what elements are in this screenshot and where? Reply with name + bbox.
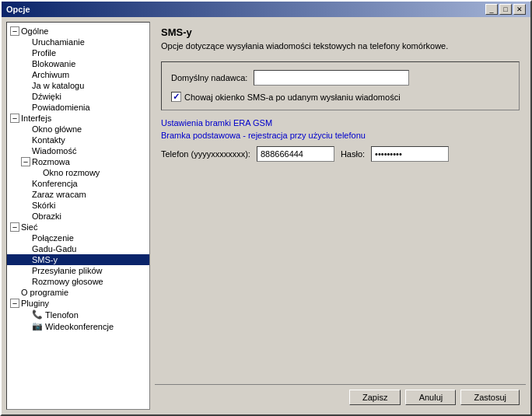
cancel-button[interactable]: Anuluj [405,390,456,405]
gsm-section: Ustawienia bramki ERA GSM Bramka podstaw… [161,118,520,162]
sidebar-label-sms-y: SMS-y [32,255,58,264]
sidebar-label-wiadomosc: Wiadomość [32,146,76,156]
sidebar-item-tlenofon[interactable]: 📞 Tlenofon [7,309,149,320]
main-window: Opcje _ □ ✕ − Ogólne Uruchamianie Profil… [0,0,532,416]
sidebar-item-gadu-gadu[interactable]: Gadu-Gadu [7,243,149,254]
sidebar-item-kontakty[interactable]: Kontakty [7,135,149,145]
toggle-ogolne[interactable]: − [10,26,19,36]
video-icon: 📷 [32,321,43,331]
sidebar-label-uruchamianie: Uruchamianie [32,37,85,47]
password-label: Hasło: [341,149,365,159]
sidebar-item-o-programie[interactable]: O programie [7,287,149,298]
phone-label: Telefon (yyyyxxxxxxxx): [161,149,250,159]
sidebar-item-przesylanie-plikow[interactable]: Przesyłanie plików [7,265,149,276]
footer: Zapisz Anuluj Zastosuj [155,384,526,410]
titlebar: Opcje _ □ ✕ [2,2,530,17]
sidebar-label-blokowanie: Blokowanie [32,59,75,68]
gsm-section-title[interactable]: Ustawienia bramki ERA GSM [161,118,520,128]
close-button[interactable]: ✕ [513,4,526,15]
sender-input[interactable] [254,70,409,86]
phone-input[interactable] [257,146,334,162]
panel-header: SMS-y Opcje dotyczące wysyłania wiadomoś… [155,22,526,58]
toggle-interfejs[interactable]: − [10,114,19,123]
sidebar-item-ja-w-katalogu[interactable]: Ja w katalogu [7,80,149,91]
sidebar-label-okno-rozmowy: Okno rozmowy [43,168,100,177]
sidebar-item-pluginy[interactable]: − Pluginy [7,298,149,309]
sidebar-item-sms-y[interactable]: SMS-y [7,254,149,265]
sidebar-label-pluginy: Pluginy [21,299,49,308]
sidebar-label-powiadomienia: Powiadomienia [32,103,90,112]
sidebar-item-siec[interactable]: − Sieć [7,222,149,232]
sidebar-label-siec: Sieć [21,222,37,232]
sender-row: Domyślny nadawca: [171,70,509,86]
checkmark-icon: ✓ [173,92,180,102]
sidebar-item-ogolne[interactable]: − Ogólne [7,26,149,37]
sidebar-item-powiadomienia[interactable]: Powiadomienia [7,102,149,113]
sidebar-label-gadu-gadu: Gadu-Gadu [32,244,76,253]
panel-title: SMS-y [161,26,520,38]
right-panel: SMS-y Opcje dotyczące wysyłania wiadomoś… [155,22,526,410]
sidebar-item-konferencja[interactable]: Konferencja [7,178,149,189]
sidebar-label-skorki: Skórki [32,201,56,210]
sidebar-item-archiwum[interactable]: Archiwum [7,69,149,80]
main-content: − Ogólne Uruchamianie Profile Blokowanie… [2,17,530,414]
save-button[interactable]: Zapisz [349,390,401,405]
password-input[interactable] [371,146,449,162]
sidebar-label-o-programie: O programie [21,288,68,297]
checkbox-label: Chowaj okienko SMS-a po udanym wysłaniu … [184,93,401,102]
sidebar-label-zaraz-wracam: Zaraz wracam [32,190,86,199]
sidebar-item-okno-rozmowy[interactable]: Okno rozmowy [7,167,149,178]
sidebar-label-rozmowy-glosowe: Rozmowy głosowe [32,277,103,286]
sidebar-label-wideokonferencje: Wideokonferencje [45,322,114,331]
sidebar-label-ja-w-katalogu: Ja w katalogu [32,81,84,90]
sidebar-label-profile: Profile [32,48,56,58]
sidebar-label-rozmowa: Rozmowa [32,157,70,166]
sender-section: Domyślny nadawca: ✓ Chowaj okienko SMS-a… [161,61,520,110]
sidebar-label-interfejs: Interfejs [21,114,51,123]
sidebar-item-okno-glowne[interactable]: Okno główne [7,124,149,135]
sidebar-label-przesylanie-plikow: Przesyłanie plików [32,266,102,275]
sidebar-item-blokowanie[interactable]: Blokowanie [7,58,149,69]
sidebar-label-ogolne: Ogólne [21,26,48,36]
toggle-pluginy[interactable]: − [10,299,19,308]
sidebar-item-skorki[interactable]: Skórki [7,200,149,211]
sidebar-item-rozmowy-glosowe[interactable]: Rozmowy głosowe [7,276,149,287]
sidebar-item-polaczenie[interactable]: Połączenie [7,232,149,243]
sidebar-label-polaczenie: Połączenie [32,233,74,243]
panel-description: Opcje dotyczące wysyłania wiadomości tek… [161,41,520,51]
hide-sms-checkbox[interactable]: ✓ [171,92,181,102]
sidebar-item-wideokonferencje[interactable]: 📷 Wideokonferencje [7,320,149,332]
sidebar-item-profile[interactable]: Profile [7,47,149,58]
sidebar-item-dzwieki[interactable]: Dźwięki [7,91,149,102]
toggle-rozmowa[interactable]: − [21,157,30,166]
window-title: Opcje [6,5,30,14]
sidebar-label-konferencja: Konferencja [32,179,78,188]
sidebar-label-dzwieki: Dźwięki [32,92,61,101]
sidebar: − Ogólne Uruchamianie Profile Blokowanie… [6,22,150,410]
gsm-credentials-row: Telefon (yyyyxxxxxxxx): Hasło: [161,146,520,162]
phone-icon: 📞 [32,309,43,320]
sidebar-label-okno-glowne: Okno główne [32,124,82,134]
apply-button[interactable]: Zastosuj [460,390,520,405]
sidebar-item-uruchamianie[interactable]: Uruchamianie [7,37,149,47]
gsm-gateway-label: Bramka podstawowa - rejestracja przy uży… [161,131,520,140]
sidebar-label-tlenofon: Tlenofon [45,310,79,320]
titlebar-buttons: _ □ ✕ [485,4,526,15]
sidebar-label-archiwum: Archiwum [32,70,69,79]
minimize-button[interactable]: _ [485,4,498,15]
sidebar-item-wiadomosc[interactable]: Wiadomość [7,145,149,156]
sidebar-item-zaraz-wracam[interactable]: Zaraz wracam [7,189,149,200]
sidebar-item-obrazki[interactable]: Obrazki [7,211,149,222]
checkbox-row: ✓ Chowaj okienko SMS-a po udanym wysłani… [171,92,509,102]
toggle-siec[interactable]: − [10,222,19,232]
sidebar-label-kontakty: Kontakty [32,135,65,145]
sidebar-label-obrazki: Obrazki [32,211,61,221]
maximize-button[interactable]: □ [499,4,512,15]
sidebar-item-interfejs[interactable]: − Interfejs [7,113,149,124]
sender-label: Domyślny nadawca: [171,73,247,82]
sidebar-item-rozmowa[interactable]: − Rozmowa [7,156,149,167]
panel-body: Domyślny nadawca: ✓ Chowaj okienko SMS-a… [155,58,526,384]
